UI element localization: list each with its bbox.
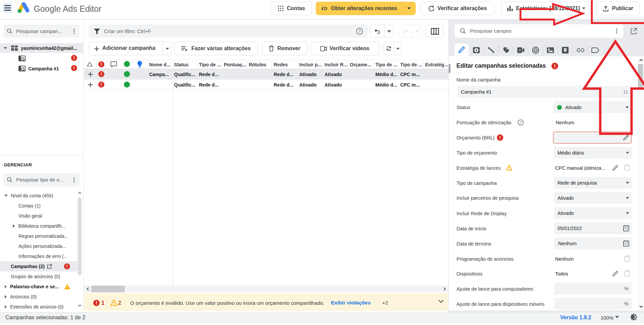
svg-text:?: ? — [519, 121, 521, 125]
svg-text:?: ? — [358, 29, 361, 34]
